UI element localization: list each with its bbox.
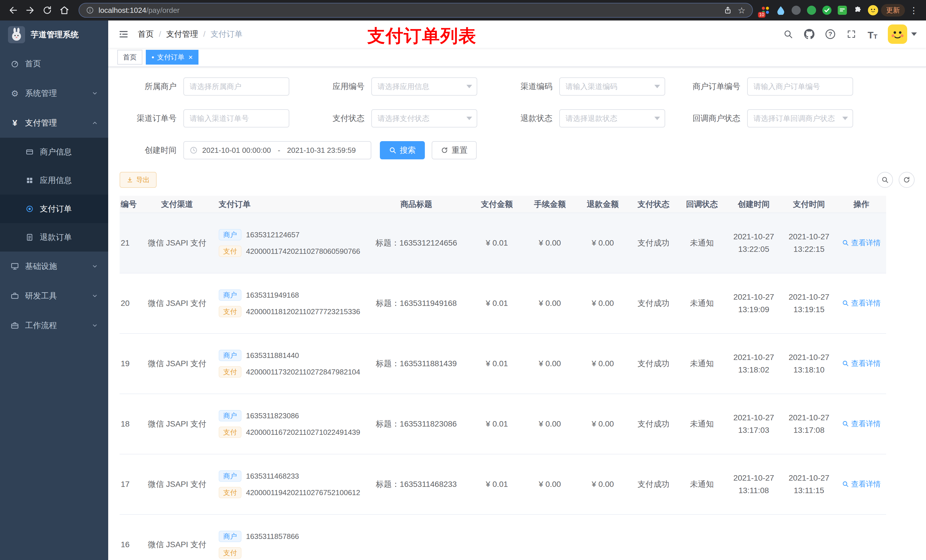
pay-tag: 支付 [219, 427, 242, 438]
active-dot-icon: ● [151, 55, 154, 59]
filter-input-merchant-order-no[interactable] [747, 77, 853, 96]
filter-select-app[interactable] [371, 77, 477, 96]
logo-image [8, 26, 25, 43]
sidebar-item-workflow[interactable]: 工作流程 [0, 311, 108, 340]
extension-green-icon[interactable] [806, 5, 817, 16]
url-bar[interactable]: localhost:1024/pay/order ☆ [79, 3, 753, 18]
user-menu[interactable] [888, 24, 917, 44]
sidebar-item-merchant-info[interactable]: 商户信息 [0, 138, 108, 166]
refresh-button[interactable] [899, 172, 915, 188]
filter-input-channel-order-no[interactable] [183, 109, 289, 127]
sidebar-item-system[interactable]: ⚙ 系统管理 [0, 78, 108, 108]
clock-icon [190, 146, 198, 154]
reset-button[interactable]: 重置 [432, 141, 477, 159]
browser-update-button[interactable]: 更新 [881, 4, 905, 17]
sidebar-item-infra[interactable]: 基础设施 [0, 252, 108, 281]
font-size-icon[interactable]: TT [867, 29, 878, 40]
hamburger-icon[interactable] [117, 28, 130, 41]
extensions-puzzle-icon[interactable] [852, 5, 863, 16]
table-header-row: 编号 支付渠道 支付订单 商品标题 支付金额 手续金额 退款金额 支付状态 回调… [120, 196, 886, 213]
filter-select-refund-status[interactable] [559, 109, 665, 127]
breadcrumb-home[interactable]: 首页 [138, 29, 154, 39]
share-icon[interactable] [723, 6, 732, 15]
forward-icon[interactable] [23, 3, 38, 18]
breadcrumb-pay-order: 支付订单 [211, 29, 243, 39]
filter-form: 所属商户 应用编号 渠道编码 商户订单编号 [120, 77, 915, 127]
fee-amount [524, 515, 576, 560]
extensions-row: 10 [760, 5, 879, 16]
chevron-down-icon [92, 293, 98, 299]
site-info-icon[interactable] [86, 6, 94, 14]
view-detail-link[interactable]: 查看详情 [842, 238, 881, 248]
user-avatar[interactable] [888, 24, 907, 44]
filter-select-channel-code[interactable] [559, 77, 665, 96]
breadcrumb-payment[interactable]: 支付管理 [166, 29, 198, 39]
view-detail-link[interactable]: 查看详情 [842, 479, 881, 489]
channel-order-no: 4200001194202110276752100612 [246, 488, 360, 497]
view-detail-link[interactable]: 查看详情 [842, 419, 881, 429]
sidebar-item-refund-order[interactable]: 退款订单 [0, 223, 108, 252]
pay-order-cell: 商户 1635312124657 支付 42000011742021102780… [214, 213, 362, 273]
table-row[interactable]: 16 微信 JSAPI 支付 商户 1635311857866 支付 [120, 515, 886, 560]
fullscreen-icon[interactable] [846, 29, 857, 40]
pay-order-cell: 商户 1635311881440 支付 42000011732021102728… [214, 334, 362, 394]
extension-drop-icon[interactable] [775, 5, 787, 16]
sidebar-item-payment[interactable]: ¥ 支付管理 [0, 108, 108, 138]
help-icon[interactable]: ? [825, 29, 836, 40]
view-detail-link[interactable]: 查看详情 [842, 359, 881, 368]
filter-label: 渠道订单号 [120, 113, 177, 124]
create-time: 2021-10-2713:18:02 [726, 334, 781, 394]
toolbox-icon [10, 291, 20, 300]
pay-order-cell: 商户 1635311468233 支付 42000011942021102767… [214, 454, 362, 515]
tab-pay-order[interactable]: ● 支付订单 × [146, 50, 198, 65]
table-row[interactable]: 17 微信 JSAPI 支付 商户 1635311468233 支付 42000… [120, 454, 886, 515]
browser-profile-avatar[interactable] [867, 5, 879, 16]
table-row[interactable]: 20 微信 JSAPI 支付 商户 1635311949168 支付 42000… [120, 273, 886, 334]
table-row[interactable]: 19 微信 JSAPI 支付 商户 1635311881440 支付 42000… [120, 334, 886, 394]
filter-select-pay-status[interactable] [371, 109, 477, 127]
home-icon[interactable] [57, 3, 72, 18]
pay-time: 2021-10-2713:19:15 [781, 273, 837, 334]
extension-check-icon[interactable] [821, 5, 832, 16]
search-button[interactable]: 搜索 [380, 141, 425, 159]
yen-icon: ¥ [10, 118, 20, 127]
export-button[interactable]: 导出 [120, 172, 157, 188]
header-search-icon[interactable] [782, 29, 794, 40]
col-refund: 退款金额 [576, 196, 629, 213]
filter-select-notify-status[interactable] [747, 109, 853, 127]
table-row[interactable]: 18 微信 JSAPI 支付 商户 1635311823086 支付 42000… [120, 394, 886, 454]
refund-amount: ¥ 0.00 [576, 394, 629, 454]
toggle-search-button[interactable] [877, 172, 893, 188]
app-logo[interactable]: 芋道管理系统 [0, 21, 108, 49]
merchant-order-no: 1635312124657 [246, 231, 300, 239]
table-toolbar: 导出 [120, 172, 915, 188]
date-range-input[interactable]: 2021-10-01 00:00:00 - 2021-10-31 23:59:5… [183, 141, 371, 159]
github-icon[interactable] [803, 29, 815, 40]
notify-status [678, 515, 726, 560]
reload-icon[interactable] [40, 3, 54, 18]
pay-channel: 微信 JSAPI 支付 [140, 213, 214, 273]
tab-home[interactable]: 首页 [117, 50, 142, 65]
create-time [726, 515, 781, 560]
extension-colordots-icon[interactable]: 10 [760, 5, 771, 16]
extension-chat-icon[interactable] [837, 5, 848, 16]
extension-dark-icon[interactable] [790, 5, 802, 16]
fee-amount: ¥ 0.00 [524, 334, 576, 394]
close-icon[interactable]: × [189, 53, 193, 61]
create-time: 2021-10-2713:17:03 [726, 394, 781, 454]
browser-menu-icon[interactable]: ⋮ [907, 5, 920, 15]
product-title: 标题：1635311823086 [362, 394, 471, 454]
col-channel: 支付渠道 [140, 196, 214, 213]
bookmark-star-icon[interactable]: ☆ [738, 5, 746, 15]
back-icon[interactable] [6, 3, 21, 18]
pay-amount: ¥ 0.01 [471, 454, 524, 515]
sidebar-item-home[interactable]: 首页 [0, 49, 108, 78]
sidebar-item-app-info[interactable]: 应用信息 [0, 166, 108, 195]
pay-order-cell: 商户 1635311949168 支付 42000011812021102777… [214, 273, 362, 334]
pay-status: 支付成功 [629, 334, 678, 394]
table-row[interactable]: 21 微信 JSAPI 支付 商户 1635312124657 支付 42000… [120, 213, 886, 273]
filter-input-merchant[interactable] [183, 77, 289, 96]
view-detail-link[interactable]: 查看详情 [842, 298, 881, 308]
sidebar-item-pay-order[interactable]: 支付订单 [0, 195, 108, 223]
sidebar-item-devtools[interactable]: 研发工具 [0, 281, 108, 311]
